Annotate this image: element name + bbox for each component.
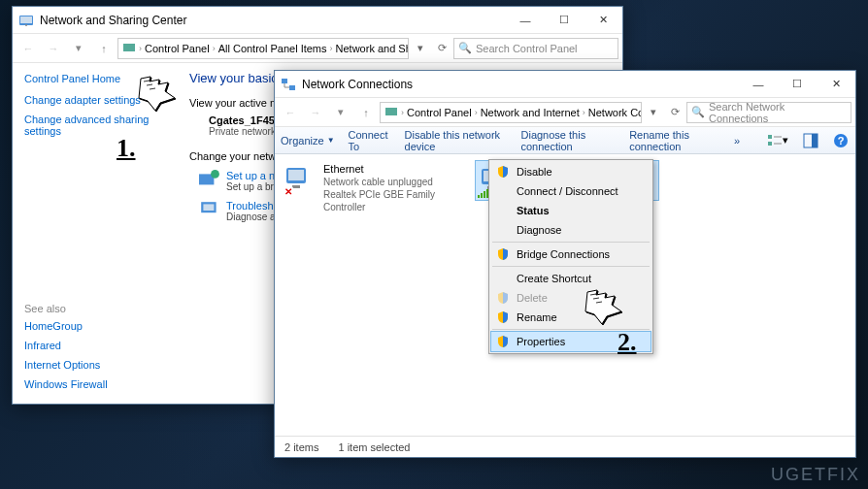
menu-create-shortcut[interactable]: Create Shortcut [491,269,651,288]
annotation-label-2: 2. [618,328,637,357]
selected-count: 1 item selected [338,441,410,453]
svg-rect-11 [768,135,772,139]
status-bar: 2 items 1 item selected [275,436,855,457]
search-input[interactable]: 🔍 Search Network Connections [686,102,851,123]
svg-point-2 [25,24,27,26]
device-status: Network cable unplugged [323,176,463,188]
minimize-button[interactable]: — [739,71,778,98]
minimize-button[interactable]: — [506,7,545,34]
search-icon: 🔍 [458,42,472,54]
shield-icon [496,310,510,324]
windows-firewall-link[interactable]: Windows Firewall [24,378,108,390]
svg-rect-14 [812,134,818,147]
address-bar: ← → ▾ ↑ › Control Panel › All Control Pa… [13,34,622,63]
up-button[interactable]: ↑ [92,37,116,60]
watermark: UGETFIX [771,465,860,485]
organize-menu[interactable]: Organize ▼ [281,135,335,147]
svg-rect-12 [768,142,772,146]
infrared-link[interactable]: Infrared [24,340,108,351]
menu-rename[interactable]: Rename [491,308,651,327]
shield-icon [496,247,510,261]
breadcrumb[interactable]: › Control Panel › All Control Panel Item… [117,38,409,59]
svg-rect-8 [282,79,287,83]
change-adapter-settings-link[interactable]: Change adapter settings [24,94,162,106]
change-advanced-sharing-link[interactable]: Change advanced sharing settings [24,114,162,137]
toolbar: Organize ▼ Connect To Disable this netwo… [275,127,855,154]
breadcrumb-icon [384,105,398,120]
window-title: Network Connections [302,78,739,91]
annotation-label-1: 1. [117,134,136,163]
titlebar[interactable]: Network Connections — ☐ ✕ [275,71,855,98]
homegroup-link[interactable]: HomeGroup [24,320,108,332]
unplugged-icon: ✕ [283,185,294,197]
internet-options-link[interactable]: Internet Options [24,359,108,371]
menu-connect-disconnect[interactable]: Connect / Disconnect [491,181,651,201]
menu-delete: Delete [491,288,651,308]
rename-connection-button[interactable]: Rename this connection [629,129,720,152]
ethernet-icon: ✕ [283,162,317,197]
network-connections-icon [281,77,296,92]
setup-connection-icon [199,170,220,187]
control-panel-home-link[interactable]: Control Panel Home [24,73,162,84]
item-count: 2 items [284,441,318,453]
svg-rect-9 [289,85,295,90]
recent-button[interactable]: ▾ [67,37,90,60]
menu-bridge-connections[interactable]: Bridge Connections [491,244,651,264]
refresh-button[interactable]: ⟳ [665,103,684,122]
disable-device-button[interactable]: Disable this network device [405,129,508,152]
menu-status[interactable]: Status [491,201,651,220]
menu-disable[interactable]: Disable [491,162,651,181]
device-name: Ethernet [323,162,463,176]
recent-button[interactable]: ▾ [329,101,352,124]
svg-rect-1 [20,16,32,23]
svg-text:?: ? [838,135,845,147]
dropdown-button[interactable]: ▾ [644,103,663,122]
forward-button[interactable]: → [304,101,327,124]
up-button[interactable]: ↑ [354,101,378,124]
shield-icon [496,335,510,348]
svg-rect-18 [288,170,304,180]
titlebar[interactable]: Network and Sharing Center — ☐ ✕ [13,7,622,34]
maximize-button[interactable]: ☐ [545,7,584,34]
address-bar: ← → ▾ ↑ › Control Panel › Network and In… [275,98,855,127]
window-title: Network and Sharing Center [40,14,506,27]
help-button[interactable]: ? [833,131,850,150]
network-connections-window: Network Connections — ☐ ✕ ← → ▾ ↑ › Cont… [274,70,856,458]
more-button[interactable]: » [734,135,740,147]
svg-rect-10 [385,108,397,115]
back-button[interactable]: ← [279,101,302,124]
refresh-button[interactable]: ⟳ [432,39,451,58]
diagnose-connection-button[interactable]: Diagnose this connection [521,129,617,152]
troubleshoot-icon [199,200,220,217]
see-also-heading: See also [24,303,108,314]
svg-rect-7 [203,204,214,211]
ethernet-device[interactable]: ✕ Ethernet Network cable unplugged Realt… [281,160,465,215]
breadcrumb[interactable]: › Control Panel › Network and Internet ›… [380,102,642,123]
svg-point-5 [211,170,219,179]
search-input[interactable]: 🔍 Search Control Panel [453,38,618,59]
shield-icon [496,291,510,305]
content-area[interactable]: ✕ Ethernet Network cable unplugged Realt… [275,154,855,436]
breadcrumb-icon [122,41,136,56]
side-panel: Control Panel Home Change adapter settin… [13,63,174,404]
context-menu: Disable Connect / Disconnect Status Diag… [488,159,653,354]
back-button[interactable]: ← [17,37,40,60]
maximize-button[interactable]: ☐ [778,71,817,98]
close-button[interactable]: ✕ [584,7,622,34]
close-button[interactable]: ✕ [817,71,855,98]
control-panel-icon [18,13,34,28]
view-options-button[interactable]: ▾ [767,131,788,150]
search-icon: 🔍 [691,106,705,118]
menu-diagnose[interactable]: Diagnose [491,220,651,240]
forward-button[interactable]: → [42,37,65,60]
device-adapter: Realtek PCIe GBE Family Controller [323,188,463,213]
svg-rect-3 [123,44,135,51]
dropdown-button[interactable]: ▾ [411,39,430,58]
shield-icon [496,165,510,179]
preview-pane-button[interactable] [802,131,818,150]
connect-to-button[interactable]: Connect To [349,129,391,152]
